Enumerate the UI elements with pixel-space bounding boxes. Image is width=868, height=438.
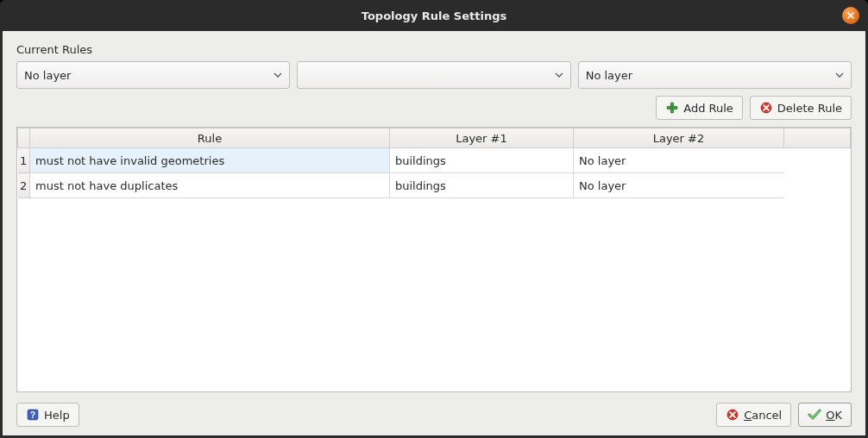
table-body: 1must not have invalid geometriesbuildin… [18, 148, 851, 198]
layer1-combo[interactable]: No layer [16, 61, 290, 89]
rule-combo[interactable] [297, 61, 570, 89]
add-rule-label: Add Rule [683, 102, 733, 115]
cell-rule[interactable]: must not have duplicates [30, 173, 390, 198]
delete-icon [759, 101, 773, 115]
plus-icon [665, 101, 679, 115]
cell-rule[interactable]: must not have invalid geometries [30, 148, 390, 173]
cell-layer2[interactable]: No layer [574, 148, 784, 173]
cancel-button[interactable]: Cancel [716, 403, 791, 427]
layer2-combo-text: No layer [586, 69, 833, 82]
table-row[interactable]: 2must not have duplicatesbuildingsNo lay… [18, 173, 851, 198]
table-header: Rule Layer #1 Layer #2 [18, 128, 851, 148]
row-number[interactable]: 2 [18, 173, 30, 198]
chevron-down-icon [553, 72, 565, 78]
window: Topology Rule Settings Current Rules No … [0, 0, 868, 438]
dialog-footer: ? Help [16, 392, 852, 427]
help-label: Help [44, 409, 70, 422]
cell-layer1[interactable]: buildings [390, 173, 574, 198]
svg-text:?: ? [30, 410, 35, 420]
cell-layer2[interactable]: No layer [574, 173, 784, 198]
ok-label: OK [826, 409, 842, 422]
dialog-body: Current Rules No layer No layer [3, 31, 865, 435]
ok-button[interactable]: OK [798, 403, 852, 427]
delete-rule-label: Delete Rule [777, 102, 842, 115]
chevron-down-icon [833, 72, 846, 78]
table-row[interactable]: 1must not have invalid geometriesbuildin… [18, 148, 851, 173]
delete-rule-button[interactable]: Delete Rule [750, 96, 852, 120]
header-layer2[interactable]: Layer #2 [574, 128, 784, 148]
header-layer1[interactable]: Layer #1 [390, 128, 574, 148]
help-button[interactable]: ? Help [16, 403, 79, 427]
table-corner [18, 128, 30, 148]
header-gutter [784, 128, 851, 148]
rule-builder-row: No layer No layer [16, 61, 852, 89]
layer2-combo[interactable]: No layer [578, 61, 852, 89]
titlebar: Topology Rule Settings [0, 0, 868, 31]
svg-rect-3 [667, 106, 677, 109]
window-title: Topology Rule Settings [362, 9, 506, 22]
current-rules-label: Current Rules [16, 43, 852, 56]
cell-layer1[interactable]: buildings [390, 148, 574, 173]
cancel-label: Cancel [744, 409, 782, 422]
ok-icon [808, 408, 821, 422]
help-icon: ? [26, 408, 40, 422]
action-row: Add Rule Delete Rule [16, 96, 852, 120]
rules-table: Rule Layer #1 Layer #2 1must not have in… [16, 127, 852, 392]
add-rule-button[interactable]: Add Rule [656, 96, 743, 120]
row-number[interactable]: 1 [18, 148, 30, 173]
chevron-down-icon [272, 72, 284, 78]
layer1-combo-text: No layer [24, 69, 272, 82]
window-close-button[interactable] [842, 7, 859, 24]
window-frame: Current Rules No layer No layer [0, 31, 868, 438]
header-rule[interactable]: Rule [30, 128, 390, 148]
close-icon [846, 11, 855, 20]
cancel-icon [726, 408, 739, 422]
